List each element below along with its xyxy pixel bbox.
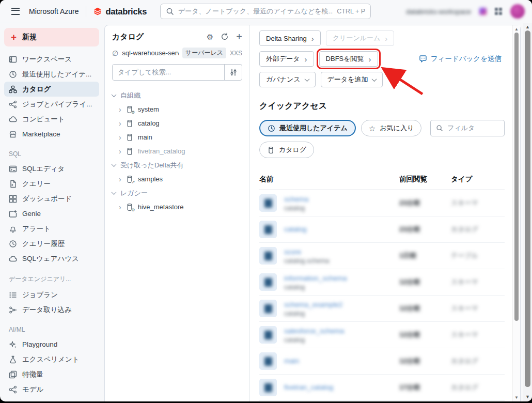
sidebar-item-dashboards[interactable]: ダッシュボード (4, 191, 99, 206)
warehouse-selector[interactable]: ∅ sql-warehouse-serv... サーバーレス XXS (112, 48, 242, 58)
item-link[interactable]: fivetran_catalog (284, 383, 333, 391)
tab-label: カタログ (279, 145, 306, 154)
tab-favorites[interactable]: ☆ お気に入り (361, 120, 421, 136)
avatar[interactable] (510, 4, 525, 19)
add-data-button[interactable]: データを追加 (321, 72, 383, 87)
content-scrollbar[interactable]: ▲ ▼ (512, 25, 520, 401)
filter-input[interactable]: フィルタ (430, 120, 505, 136)
sidebar-item-label: Marketplace (22, 130, 60, 138)
chevron-right-icon: › (385, 35, 387, 42)
sidebar-section-sql: SQL (9, 150, 95, 158)
sidebar-item-compute[interactable]: コンピュート (4, 112, 99, 127)
star-icon: ☆ (369, 125, 375, 132)
table-row[interactable]: fivetran_catalog 17分前 カタログ (259, 375, 505, 401)
send-feedback-link[interactable]: フィードバックを送信 (419, 54, 505, 64)
tree-item-main[interactable]: › main (112, 130, 242, 144)
sidebar-item-data-ingestion[interactable]: データ取り込み (4, 302, 99, 317)
workspace-color-icon[interactable] (479, 8, 487, 15)
item-link[interactable]: score (284, 248, 301, 256)
refresh-icon[interactable] (221, 33, 229, 41)
sidebar-item-models[interactable]: モデル (4, 382, 99, 397)
item-type: スキーマ (451, 198, 505, 208)
tree-group-delta-shares[interactable]: 受け取ったDelta共有 (112, 158, 242, 172)
sidebar-item-sql-warehouses[interactable]: SQLウェアハウス (4, 251, 99, 266)
apps-grid-icon[interactable] (495, 8, 502, 15)
item-link[interactable]: information_schema (284, 274, 347, 282)
catalog-gear-icon: ⚙ (126, 203, 134, 211)
sidebar-item-experiments[interactable]: エクスペリメント (4, 352, 99, 367)
workspace-menu[interactable]: databricks-workspace (406, 8, 471, 16)
tab-catalog[interactable]: カタログ (259, 142, 314, 158)
sidebar-item-workspace[interactable]: ワークスペース (4, 52, 99, 67)
governance-button[interactable]: ガバナンス (259, 72, 316, 87)
item-link[interactable]: main (284, 357, 299, 365)
gear-icon[interactable]: ⚙ (207, 33, 213, 41)
scroll-down-icon[interactable]: ▼ (513, 395, 520, 400)
column-header-last-viewed: 前回閲覧 (399, 175, 451, 184)
item-link[interactable]: catalog (284, 225, 307, 233)
tree-search-input[interactable]: タイプして検索... (112, 64, 242, 81)
sidebar-item-playground[interactable]: Playground (4, 337, 99, 352)
scroll-up-icon[interactable]: ▲ (513, 27, 520, 32)
table-row[interactable]: schema catalog 23分前 スキーマ (259, 190, 505, 216)
search-icon (166, 7, 174, 16)
button-label: ガバナンス (266, 75, 301, 84)
sidebar-item-job-runs[interactable]: ジョブラン (4, 287, 99, 302)
tree-item-system[interactable]: › ⚙ system (112, 102, 242, 116)
chevron-down-icon (112, 162, 117, 167)
sidebar-item-alerts[interactable]: アラート (4, 221, 99, 236)
sidebar-item-sql-editor[interactable]: SQLエディタ (4, 161, 99, 176)
item-link[interactable]: salesforce_schema (284, 327, 344, 335)
browser-scrollbar[interactable]: ▲ ▼ (523, 23, 532, 401)
store-icon (9, 130, 17, 138)
sidebar-item-query-history[interactable]: クエリー履歴 (4, 236, 99, 251)
external-data-button[interactable]: 外部データ › (259, 51, 314, 67)
hamburger-menu-icon[interactable] (11, 8, 20, 15)
tree-item-catalog[interactable]: › catalog (112, 116, 242, 130)
sidebar-item-queries[interactable]: クエリー (4, 176, 99, 191)
sidebar-item-catalog[interactable]: カタログ (4, 82, 99, 97)
sidebar-item-label: 最近使用したアイテ... (22, 70, 91, 79)
item-link[interactable]: schema (284, 195, 308, 203)
new-button-label: 新規 (22, 33, 37, 42)
sidebar-item-genie[interactable]: Genie (4, 206, 99, 221)
item-link[interactable]: schema_example2 (284, 301, 342, 308)
table-row[interactable]: score catalog.schema 1日前 テーブル (259, 243, 505, 269)
delta-sharing-button[interactable]: Delta Sharing › (259, 30, 321, 46)
tree-group-legacy[interactable]: レガシー (112, 186, 242, 200)
item-type: スキーマ (451, 277, 505, 287)
table-row[interactable]: information_schema catalog 12分前 スキーマ (259, 269, 505, 296)
warehouse-name: sql-warehouse-serv... (122, 49, 179, 57)
tree-item-hive-metastore[interactable]: › ⚙ hive_metastore (112, 200, 242, 214)
clean-rooms-button[interactable]: クリーンルーム › (326, 30, 395, 46)
scroll-up-icon[interactable]: ▲ (523, 24, 532, 29)
sidebar-item-recents[interactable]: 最近使用したアイテ... (4, 67, 99, 82)
tree-group-own-org[interactable]: 自組織 (112, 88, 242, 102)
warehouse-icon (9, 255, 17, 263)
scrollbar-thumb[interactable] (525, 30, 530, 387)
chevron-right-icon: › (119, 204, 121, 211)
sidebar-item-features[interactable]: 特徴量 (4, 367, 99, 382)
dashboard-icon (9, 195, 17, 203)
add-catalog-icon[interactable]: + (236, 32, 242, 42)
sidebar-item-jobs-pipelines[interactable]: ジョブとパイプライ... (4, 97, 99, 112)
scrollbar-thumb[interactable] (514, 33, 519, 321)
no-warehouse-icon: ∅ (112, 49, 118, 57)
global-search-input[interactable]: データ、ノートブック、最近のアイテムなどを検... CTRL + P (160, 4, 371, 19)
table-row[interactable]: main 12分前 カタログ (259, 348, 505, 375)
tree-item-fivetran-catalog[interactable]: › fivetran_catalog (112, 144, 242, 158)
filter-sliders-icon[interactable] (224, 65, 242, 80)
sql-editor-icon (9, 165, 17, 173)
table-row[interactable]: salesforce_schema catalog 12分前 スキーマ (259, 322, 505, 348)
new-button[interactable]: + 新規 (4, 28, 99, 47)
history-icon (9, 240, 17, 248)
tree-item-samples[interactable]: › ↗ samples (112, 172, 242, 186)
table-row[interactable]: hive_catalog 1日前 カタログ (259, 401, 505, 401)
tab-recents[interactable]: 最近使用したアイテム (259, 120, 356, 136)
chevron-right-icon: › (369, 55, 371, 63)
sidebar-item-marketplace[interactable]: Marketplace (4, 127, 99, 142)
table-row[interactable]: schema_example2 catalog 12分前 スキーマ (259, 296, 505, 322)
table-row[interactable]: catalog 23分前 カタログ (259, 216, 505, 243)
browse-dbfs-button[interactable]: DBFSを閲覧 › (319, 51, 378, 67)
scroll-down-icon[interactable]: ▼ (523, 394, 532, 399)
